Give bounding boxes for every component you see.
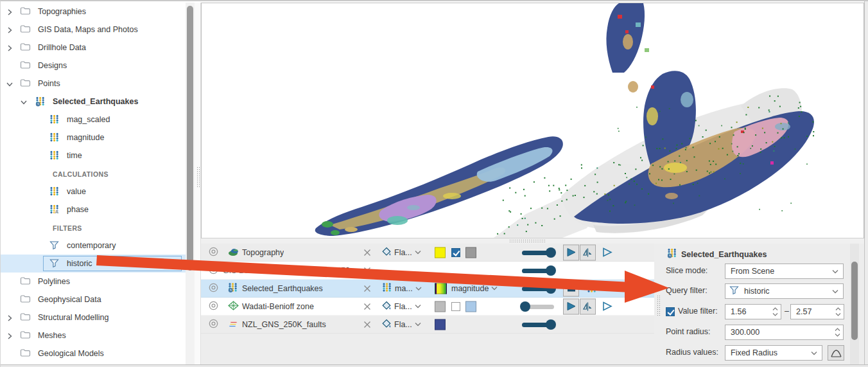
play-outline-button[interactable] — [599, 298, 615, 314]
scene-3d-view[interactable] — [201, 3, 864, 238]
tree-item-phase[interactable]: Aphase — [1, 201, 186, 219]
layerlist-inspector-splitter[interactable] — [654, 244, 662, 364]
tree-item-selected-earthquakes[interactable]: Selected_Earthquakes — [1, 93, 186, 111]
tree-scene-splitter[interactable] — [195, 3, 201, 364]
chevron-right-icon[interactable] — [6, 26, 13, 34]
splitter-grip[interactable] — [509, 239, 545, 243]
remove-layer-button[interactable] — [363, 248, 372, 257]
colour-swatch[interactable] — [435, 301, 446, 312]
tree-item-magnitude[interactable]: magnitude — [1, 129, 186, 147]
layer-row-nzl-gns-250k-faults[interactable]: NZL_GNS_250K_faults Fla... — [201, 316, 654, 334]
visibility-eye-icon[interactable] — [207, 246, 220, 258]
colour-swatch[interactable] — [435, 247, 446, 258]
spinner-arrows-icon[interactable] — [833, 325, 842, 339]
scrollbar-thumb[interactable] — [187, 6, 193, 271]
tree-item-contemporary[interactable]: contemporary — [1, 237, 186, 255]
properties-scrollbar[interactable] — [850, 244, 859, 364]
properties-panel: Selected_Earthquakes Slice mode: From Sc… — [662, 244, 864, 364]
shading-checkbox[interactable] — [451, 302, 460, 311]
render-scene-button[interactable] — [563, 298, 579, 314]
remove-layer-button[interactable] — [363, 302, 372, 311]
chevron-right-icon[interactable] — [6, 8, 13, 16]
opacity-slider[interactable] — [522, 319, 554, 330]
spinner-arrows-icon[interactable] — [833, 305, 842, 319]
shading-mode-dropdown[interactable]: Fla... — [382, 301, 421, 312]
chevron-down-icon[interactable] — [6, 80, 13, 88]
shading-mode-dropdown[interactable]: Fla... — [382, 319, 421, 330]
shading-mode-dropdown[interactable]: Fla... — [382, 247, 421, 258]
splitter-grip[interactable] — [196, 166, 200, 188]
colourmap-dropdown[interactable]: magnitude — [451, 284, 498, 293]
value-filter-max-input[interactable]: 2.57 — [790, 304, 844, 319]
scrollbar-thumb[interactable] — [851, 262, 858, 340]
tree-item-designs[interactable]: Designs — [1, 57, 186, 75]
splitter-grip[interactable] — [657, 295, 660, 317]
properties-title: Selected_Earthquakes — [681, 250, 767, 259]
visibility-eye-icon[interactable] — [207, 318, 220, 330]
tree-item-structural-modelling[interactable]: Structural Modelling — [1, 309, 186, 327]
layer-row-new-zealand-250[interactable]: GIS Data...New Zealand 250 — [201, 262, 654, 280]
opacity-slider[interactable] — [522, 247, 554, 258]
tree-item-label: historic — [67, 259, 92, 268]
points-display-button[interactable] — [584, 280, 600, 296]
remove-layer-button[interactable] — [363, 266, 372, 275]
render-scene-button[interactable] — [563, 244, 579, 260]
chevron-right-icon[interactable] — [6, 314, 13, 322]
visibility-eye-icon[interactable] — [207, 264, 220, 276]
opacity-slider[interactable] — [522, 265, 554, 276]
point-radius-row: Point radius: 300.000 — [662, 325, 864, 340]
chevron-right-icon[interactable] — [6, 332, 13, 340]
remove-layer-button[interactable] — [363, 320, 372, 329]
point-radius-input[interactable]: 300.000 — [725, 325, 844, 340]
value-filter-min-input[interactable]: 1.56 — [725, 304, 781, 319]
value-filter-label: Value filter: — [678, 307, 718, 316]
colour-swatch[interactable] — [465, 301, 476, 312]
tree-item-mag-scaled[interactable]: mag_scaled — [1, 111, 186, 129]
layer-row-wadati-benioff-zone[interactable]: Wadati-Benioff zone Fla... — [201, 298, 654, 316]
radius-values-select[interactable]: Fixed Radius — [725, 345, 822, 361]
chevron-down-icon[interactable] — [20, 98, 28, 106]
query-filter-select[interactable]: historic — [725, 283, 844, 299]
tree-item-meshes[interactable]: Meshes — [1, 327, 186, 345]
tree-item-points[interactable]: Points — [1, 75, 186, 93]
folder-icon — [20, 6, 31, 17]
play-outline-button[interactable] — [599, 244, 615, 260]
layer-row-selected-earthquakes[interactable]: Selected_Earthquakes ma... magnitude — [201, 280, 654, 298]
colour-swatch[interactable] — [465, 247, 476, 258]
tree-item-drillhole-data[interactable]: Drillhole Data — [1, 39, 186, 57]
opacity-slider[interactable] — [522, 301, 554, 312]
flip-view-button[interactable] — [580, 244, 596, 260]
radius-values-label: Radius values: — [666, 348, 718, 357]
colourmap-swatch[interactable] — [435, 283, 447, 294]
shading-checkbox[interactable] — [451, 248, 460, 257]
tree-item-geological-models[interactable]: Geological Models — [1, 345, 186, 363]
shading-mode-value: Fla... — [394, 302, 412, 311]
project-tree-scrollbar[interactable] — [186, 3, 195, 364]
slice-mode-select[interactable]: From Scene — [725, 264, 844, 279]
tree-item-geophysical-data[interactable]: Geophysical Data — [1, 291, 186, 309]
value-filter-checkbox[interactable] — [666, 307, 675, 316]
tree-item-historic[interactable]: historic — [1, 255, 186, 273]
tree-item-topographies[interactable]: Topographies — [1, 3, 186, 21]
chevron-right-icon[interactable] — [6, 44, 13, 52]
layer-row-topography[interactable]: Topography Fla... — [201, 244, 654, 262]
render-movie-button[interactable] — [563, 280, 579, 296]
flip-view-button[interactable] — [580, 298, 596, 314]
colour-swatch[interactable] — [435, 319, 446, 330]
layer-name: New Zealand 250 — [287, 266, 350, 275]
mesh-icon — [228, 301, 239, 312]
tree-item-polylines[interactable]: Polylines — [1, 273, 186, 291]
visibility-eye-icon[interactable] — [207, 300, 220, 312]
tree-item-label: Designs — [38, 61, 67, 70]
tree-item-value[interactable]: value — [1, 183, 186, 201]
shading-mode-dropdown[interactable]: ma... — [382, 282, 422, 294]
spinner-arrows-icon[interactable] — [770, 305, 779, 319]
visibility-eye-icon[interactable] — [207, 282, 220, 294]
remove-layer-button[interactable] — [363, 284, 372, 293]
tree-item-gis-data-maps-and-photos[interactable]: GIS Data, Maps and Photos — [1, 21, 186, 39]
opacity-slider[interactable] — [522, 283, 554, 294]
histogram-button[interactable] — [828, 345, 844, 361]
tree-item-label: Meshes — [38, 331, 66, 340]
tree-item-time[interactable]: time — [1, 147, 186, 165]
scene-layerlist-splitter[interactable] — [201, 238, 864, 244]
